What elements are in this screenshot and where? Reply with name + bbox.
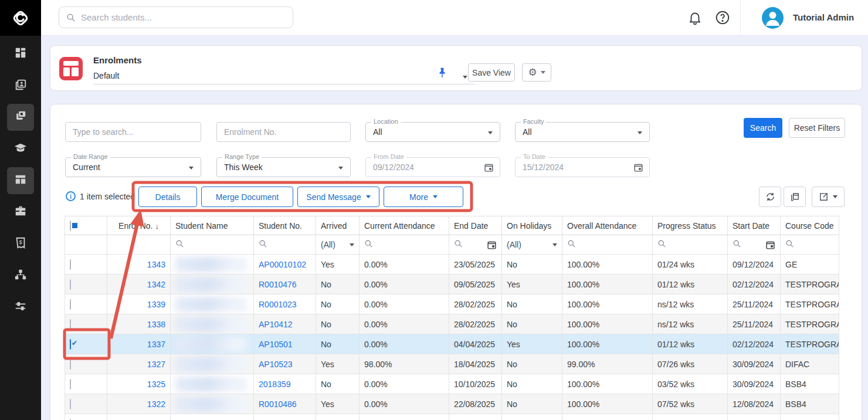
filter-cell-curratt[interactable] — [360, 235, 449, 255]
from-date-field[interactable]: From Date 09/12/2024 — [365, 157, 500, 177]
app-logo[interactable] — [0, 0, 41, 36]
location-dropdown[interactable]: Location All — [365, 122, 500, 142]
column-header-startdate[interactable]: Start Date — [728, 216, 781, 235]
cell-sel[interactable] — [65, 314, 107, 334]
help-icon[interactable] — [715, 10, 730, 25]
row-checkbox[interactable] — [70, 299, 71, 310]
sidebar-item-dashboard[interactable] — [7, 40, 34, 67]
enrol-no-link[interactable]: 1338 — [147, 320, 165, 329]
search-input[interactable] — [81, 12, 293, 22]
cell-sel[interactable] — [65, 374, 107, 394]
student-no-link[interactable]: R0010486 — [259, 399, 297, 409]
details-button[interactable]: Details — [138, 187, 197, 207]
merge-document-button[interactable]: Merge Document — [201, 187, 293, 207]
export-button[interactable] — [812, 187, 845, 207]
enrol-no-link[interactable]: 1327 — [147, 360, 165, 369]
table-row[interactable]: 1339R0001023No0.00%28/02/2025No100.00%ns… — [65, 294, 839, 314]
student-no-link[interactable]: AP10523 — [259, 360, 293, 369]
enrol-no-link[interactable]: 1339 — [147, 300, 165, 309]
sidebar-item-settings[interactable] — [7, 294, 34, 321]
keyword-search-input[interactable] — [65, 122, 201, 142]
student-no-link[interactable]: AP00010102 — [259, 260, 306, 269]
cell-sel[interactable] — [65, 255, 107, 275]
enrol-no-link[interactable]: 1337 — [147, 340, 165, 349]
filter-cell-startdate[interactable] — [728, 235, 781, 255]
faculty-dropdown[interactable]: Faculty All — [515, 122, 650, 142]
column-header-curratt[interactable]: Current Attendance — [360, 216, 449, 235]
column-header-overall[interactable]: Overall Attendance — [562, 216, 653, 235]
row-checkbox[interactable] — [70, 259, 71, 270]
table-row[interactable]: 1327AP10523Yes98.00%18/04/2025No99.00%07… — [65, 354, 839, 374]
column-header-enrol[interactable]: Enrol No.↓ — [107, 216, 171, 235]
table-row[interactable]: 1343AP00010102Yes0.00%23/05/2025No100.00… — [65, 255, 839, 275]
select-all-cell[interactable] — [65, 216, 107, 235]
filter-cell-onhol[interactable]: (All) — [502, 235, 562, 255]
enrol-no-link[interactable]: 1342 — [147, 280, 165, 289]
row-checkbox[interactable] — [70, 379, 71, 389]
table-row[interactable]: 13252018359No0.00%10/10/2025No100.00%03/… — [65, 374, 839, 394]
column-header-studno[interactable]: Student No. — [254, 216, 316, 235]
avatar[interactable] — [762, 7, 784, 29]
column-header-enddate[interactable]: End Date — [449, 216, 502, 235]
table-row[interactable] — [65, 414, 839, 420]
date-range-dropdown[interactable]: Date Range Current — [65, 157, 201, 177]
sidebar-item-finance[interactable]: $ — [7, 231, 34, 258]
row-checkbox[interactable] — [70, 359, 71, 370]
reset-filters-button[interactable]: Reset Filters — [789, 118, 845, 138]
filter-cell-course[interactable] — [781, 235, 839, 255]
student-search-box[interactable] — [59, 6, 293, 28]
filter-cell-arrived[interactable]: (All) — [316, 235, 360, 255]
calendar-icon[interactable] — [487, 240, 497, 250]
table-row[interactable]: 1337AP10501No0.00%04/04/2025Yes100.00%01… — [65, 334, 839, 354]
column-header-course[interactable]: Course Code — [781, 216, 839, 235]
filter-cell-name[interactable] — [171, 235, 254, 255]
sidebar-item-enrolments[interactable] — [7, 167, 34, 194]
calendar-icon[interactable] — [633, 162, 643, 172]
calendar-icon[interactable] — [765, 240, 775, 250]
table-row[interactable]: 1342R0010476No0.00%09/05/2025Yes100.00%0… — [65, 275, 839, 294]
cell-sel[interactable] — [65, 294, 107, 314]
more-button[interactable]: More — [384, 187, 463, 207]
column-chooser-button[interactable] — [784, 187, 806, 207]
table-row[interactable]: 1322R0010486Yes0.00%22/08/2025No100.00%0… — [65, 394, 839, 414]
view-select-dropdown[interactable]: Default — [93, 68, 474, 84]
student-no-link[interactable]: R0001023 — [259, 300, 297, 309]
cell-sel[interactable] — [65, 354, 107, 374]
cell-sel[interactable] — [65, 394, 107, 414]
sidebar-item-services[interactable] — [7, 199, 34, 226]
column-header-progress[interactable]: Progress Status — [653, 216, 728, 235]
save-view-button[interactable]: Save View — [468, 63, 515, 82]
row-checkbox[interactable] — [70, 339, 71, 350]
cell-sel[interactable] — [65, 275, 107, 294]
sidebar-item-agents[interactable] — [7, 262, 34, 289]
pin-view-icon[interactable] — [436, 66, 449, 82]
enrol-no-link[interactable]: 1322 — [147, 399, 165, 409]
column-header-arrived[interactable]: Arrived — [316, 216, 360, 235]
student-no-link[interactable]: R0010476 — [259, 280, 297, 289]
search-button[interactable]: Search — [744, 118, 782, 138]
select-all-checkbox[interactable] — [70, 221, 71, 231]
enrol-no-link[interactable]: 1343 — [147, 260, 165, 269]
send-message-button[interactable]: Send Message — [297, 187, 379, 207]
table-row[interactable]: 1338AP10412No0.00%28/02/2025No100.00%ns/… — [65, 314, 839, 334]
row-checkbox[interactable] — [70, 279, 71, 290]
cell-sel[interactable] — [65, 414, 107, 420]
filter-cell-overall[interactable] — [562, 235, 653, 255]
filter-cell-progress[interactable] — [653, 235, 728, 255]
sidebar-item-courses[interactable] — [7, 136, 34, 162]
refresh-button[interactable] — [759, 187, 781, 207]
student-no-link[interactable]: AP10412 — [259, 320, 293, 329]
to-date-field[interactable]: To Date 15/12/2024 — [515, 157, 650, 177]
column-header-onhol[interactable]: On Holidays — [502, 216, 562, 235]
filter-cell-studno[interactable] — [254, 235, 316, 255]
calendar-icon[interactable] — [484, 162, 494, 172]
user-name[interactable]: Tutorial Admin — [793, 12, 854, 22]
enrolment-no-input[interactable] — [216, 122, 351, 142]
notifications-bell-icon[interactable] — [687, 10, 703, 25]
sidebar-item-documents[interactable] — [7, 104, 34, 131]
sidebar-item-students[interactable] — [7, 72, 34, 99]
range-type-dropdown[interactable]: Range Type This Week — [216, 157, 351, 177]
filter-cell-enddate[interactable] — [449, 235, 502, 255]
student-no-link[interactable]: AP10501 — [259, 340, 293, 349]
student-no-link[interactable]: 2018359 — [259, 380, 291, 389]
